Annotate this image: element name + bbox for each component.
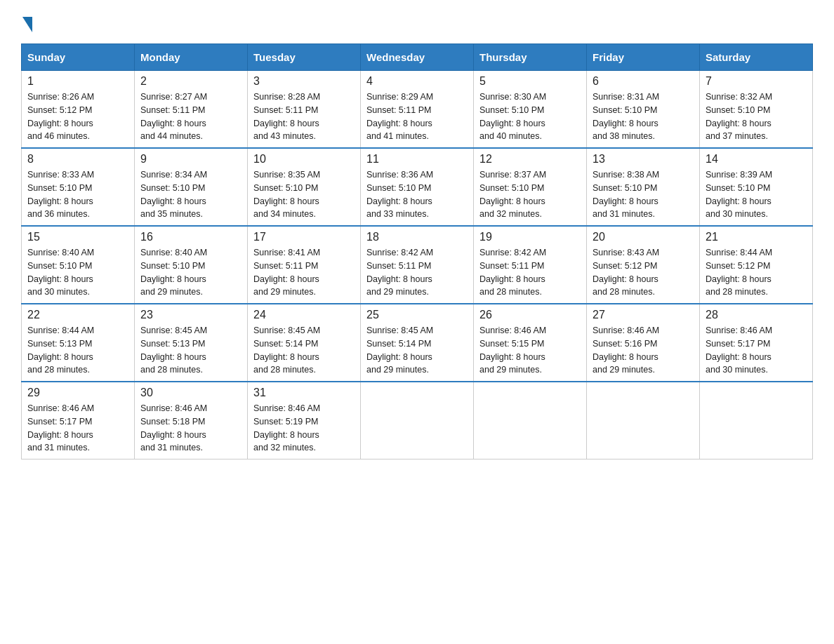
calendar-cell: 3 Sunrise: 8:28 AM Sunset: 5:11 PM Dayli… <box>248 71 361 149</box>
day-info: Sunrise: 8:27 AM Sunset: 5:11 PM Dayligh… <box>140 90 241 143</box>
day-info: Sunrise: 8:46 AM Sunset: 5:18 PM Dayligh… <box>140 402 241 455</box>
day-number: 27 <box>593 309 694 321</box>
calendar-cell <box>587 382 700 459</box>
day-info: Sunrise: 8:37 AM Sunset: 5:10 PM Dayligh… <box>479 168 581 221</box>
calendar-cell: 7 Sunrise: 8:32 AM Sunset: 5:10 PM Dayli… <box>700 71 813 149</box>
day-info: Sunrise: 8:42 AM Sunset: 5:11 PM Dayligh… <box>479 246 581 299</box>
day-number: 23 <box>140 309 241 321</box>
day-number: 17 <box>253 231 355 243</box>
calendar-cell: 8 Sunrise: 8:33 AM Sunset: 5:10 PM Dayli… <box>22 148 135 226</box>
day-number: 6 <box>593 75 694 88</box>
calendar-cell: 23 Sunrise: 8:45 AM Sunset: 5:13 PM Dayl… <box>135 304 248 382</box>
day-number: 12 <box>479 153 581 166</box>
day-number: 11 <box>366 153 468 166</box>
column-header-friday: Friday <box>587 44 700 71</box>
day-info: Sunrise: 8:35 AM Sunset: 5:10 PM Dayligh… <box>253 168 355 221</box>
day-info: Sunrise: 8:46 AM Sunset: 5:15 PM Dayligh… <box>479 324 581 377</box>
page-header <box>21 14 813 29</box>
day-info: Sunrise: 8:40 AM Sunset: 5:10 PM Dayligh… <box>27 246 128 299</box>
day-info: Sunrise: 8:42 AM Sunset: 5:11 PM Dayligh… <box>366 246 468 299</box>
day-number: 8 <box>27 153 128 166</box>
day-number: 30 <box>140 387 241 399</box>
day-info: Sunrise: 8:43 AM Sunset: 5:12 PM Dayligh… <box>593 246 694 299</box>
day-info: Sunrise: 8:31 AM Sunset: 5:10 PM Dayligh… <box>593 90 694 143</box>
column-header-monday: Monday <box>135 44 248 71</box>
calendar-cell: 13 Sunrise: 8:38 AM Sunset: 5:10 PM Dayl… <box>587 148 700 226</box>
day-info: Sunrise: 8:30 AM Sunset: 5:10 PM Dayligh… <box>479 90 581 143</box>
day-number: 21 <box>706 231 807 243</box>
day-info: Sunrise: 8:33 AM Sunset: 5:10 PM Dayligh… <box>27 168 128 221</box>
week-row-1: 1 Sunrise: 8:26 AM Sunset: 5:12 PM Dayli… <box>22 71 813 149</box>
calendar-cell: 27 Sunrise: 8:46 AM Sunset: 5:16 PM Dayl… <box>587 304 700 382</box>
day-info: Sunrise: 8:46 AM Sunset: 5:19 PM Dayligh… <box>253 402 355 455</box>
calendar-cell: 28 Sunrise: 8:46 AM Sunset: 5:17 PM Dayl… <box>700 304 813 382</box>
calendar-cell: 11 Sunrise: 8:36 AM Sunset: 5:10 PM Dayl… <box>361 148 474 226</box>
calendar-cell: 30 Sunrise: 8:46 AM Sunset: 5:18 PM Dayl… <box>135 382 248 459</box>
week-row-4: 22 Sunrise: 8:44 AM Sunset: 5:13 PM Dayl… <box>22 304 813 382</box>
day-number: 2 <box>140 75 241 88</box>
day-info: Sunrise: 8:46 AM Sunset: 5:17 PM Dayligh… <box>706 324 807 377</box>
day-number: 16 <box>140 231 241 243</box>
day-number: 4 <box>366 75 468 88</box>
day-number: 15 <box>27 231 128 243</box>
calendar-cell: 24 Sunrise: 8:45 AM Sunset: 5:14 PM Dayl… <box>248 304 361 382</box>
calendar-cell: 1 Sunrise: 8:26 AM Sunset: 5:12 PM Dayli… <box>22 71 135 149</box>
column-header-wednesday: Wednesday <box>361 44 474 71</box>
day-info: Sunrise: 8:44 AM Sunset: 5:12 PM Dayligh… <box>706 246 807 299</box>
calendar-cell: 31 Sunrise: 8:46 AM Sunset: 5:19 PM Dayl… <box>248 382 361 459</box>
week-row-5: 29 Sunrise: 8:46 AM Sunset: 5:17 PM Dayl… <box>22 382 813 459</box>
week-row-2: 8 Sunrise: 8:33 AM Sunset: 5:10 PM Dayli… <box>22 148 813 226</box>
day-number: 22 <box>27 309 128 321</box>
day-info: Sunrise: 8:45 AM Sunset: 5:14 PM Dayligh… <box>253 324 355 377</box>
column-header-sunday: Sunday <box>22 44 135 71</box>
calendar-cell <box>361 382 474 459</box>
calendar-cell: 14 Sunrise: 8:39 AM Sunset: 5:10 PM Dayl… <box>700 148 813 226</box>
day-info: Sunrise: 8:40 AM Sunset: 5:10 PM Dayligh… <box>140 246 241 299</box>
day-number: 3 <box>253 75 355 88</box>
day-number: 10 <box>253 153 355 166</box>
day-number: 1 <box>27 75 128 88</box>
day-number: 28 <box>706 309 807 321</box>
calendar-cell <box>474 382 587 459</box>
header-row: SundayMondayTuesdayWednesdayThursdayFrid… <box>22 44 813 71</box>
calendar-cell: 4 Sunrise: 8:29 AM Sunset: 5:11 PM Dayli… <box>361 71 474 149</box>
calendar-cell <box>700 382 813 459</box>
calendar-body: 1 Sunrise: 8:26 AM Sunset: 5:12 PM Dayli… <box>22 71 813 459</box>
calendar-cell: 2 Sunrise: 8:27 AM Sunset: 5:11 PM Dayli… <box>135 71 248 149</box>
day-info: Sunrise: 8:46 AM Sunset: 5:16 PM Dayligh… <box>593 324 694 377</box>
calendar-cell: 9 Sunrise: 8:34 AM Sunset: 5:10 PM Dayli… <box>135 148 248 226</box>
calendar-cell: 15 Sunrise: 8:40 AM Sunset: 5:10 PM Dayl… <box>22 226 135 304</box>
day-number: 29 <box>27 387 128 399</box>
logo <box>21 14 32 29</box>
day-number: 18 <box>366 231 468 243</box>
calendar-cell: 21 Sunrise: 8:44 AM Sunset: 5:12 PM Dayl… <box>700 226 813 304</box>
day-number: 19 <box>479 231 581 243</box>
day-number: 13 <box>593 153 694 166</box>
calendar-cell: 10 Sunrise: 8:35 AM Sunset: 5:10 PM Dayl… <box>248 148 361 226</box>
calendar-header: SundayMondayTuesdayWednesdayThursdayFrid… <box>22 44 813 71</box>
column-header-tuesday: Tuesday <box>248 44 361 71</box>
column-header-saturday: Saturday <box>700 44 813 71</box>
calendar-cell: 17 Sunrise: 8:41 AM Sunset: 5:11 PM Dayl… <box>248 226 361 304</box>
logo-triangle-icon <box>22 17 32 32</box>
day-number: 26 <box>479 309 581 321</box>
calendar-cell: 29 Sunrise: 8:46 AM Sunset: 5:17 PM Dayl… <box>22 382 135 459</box>
day-info: Sunrise: 8:45 AM Sunset: 5:14 PM Dayligh… <box>366 324 468 377</box>
day-number: 24 <box>253 309 355 321</box>
day-number: 7 <box>706 75 807 88</box>
day-info: Sunrise: 8:28 AM Sunset: 5:11 PM Dayligh… <box>253 90 355 143</box>
calendar-cell: 20 Sunrise: 8:43 AM Sunset: 5:12 PM Dayl… <box>587 226 700 304</box>
day-info: Sunrise: 8:36 AM Sunset: 5:10 PM Dayligh… <box>366 168 468 221</box>
day-number: 5 <box>479 75 581 88</box>
day-info: Sunrise: 8:26 AM Sunset: 5:12 PM Dayligh… <box>27 90 128 143</box>
calendar-cell: 22 Sunrise: 8:44 AM Sunset: 5:13 PM Dayl… <box>22 304 135 382</box>
day-number: 9 <box>140 153 241 166</box>
calendar-cell: 25 Sunrise: 8:45 AM Sunset: 5:14 PM Dayl… <box>361 304 474 382</box>
calendar-cell: 6 Sunrise: 8:31 AM Sunset: 5:10 PM Dayli… <box>587 71 700 149</box>
calendar-cell: 26 Sunrise: 8:46 AM Sunset: 5:15 PM Dayl… <box>474 304 587 382</box>
day-info: Sunrise: 8:45 AM Sunset: 5:13 PM Dayligh… <box>140 324 241 377</box>
column-header-thursday: Thursday <box>474 44 587 71</box>
day-info: Sunrise: 8:38 AM Sunset: 5:10 PM Dayligh… <box>593 168 694 221</box>
calendar-cell: 18 Sunrise: 8:42 AM Sunset: 5:11 PM Dayl… <box>361 226 474 304</box>
day-number: 20 <box>593 231 694 243</box>
